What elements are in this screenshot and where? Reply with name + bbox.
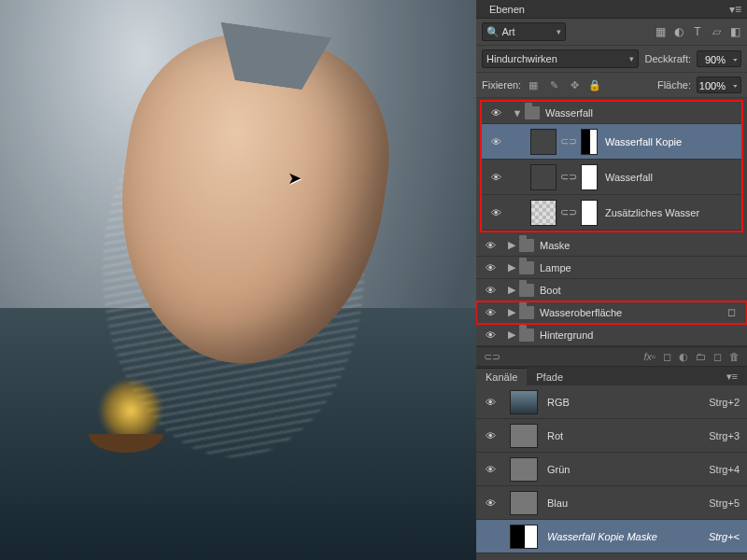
visibility-toggle[interactable]: 👁 bbox=[482, 107, 510, 119]
layer-name[interactable]: Hintergrund bbox=[540, 329, 593, 341]
filter-shape-icon[interactable]: ▱ bbox=[710, 25, 723, 38]
layer-filter-row: 🔍 Art▾ ▦ ◐ T ▱ ◧ bbox=[476, 19, 747, 46]
visibility-toggle[interactable]: 👁 bbox=[476, 240, 504, 251]
filter-type-icon[interactable]: T bbox=[691, 25, 704, 38]
channel-shortcut: Strg+4 bbox=[709, 464, 740, 475]
new-layer-icon[interactable]: ◻ bbox=[713, 351, 722, 363]
disclosure-icon[interactable]: ▼ bbox=[510, 107, 525, 119]
layers-list[interactable]: 👁▼Wasserfall👁⊂⊃Wasserfall Kopie👁⊂⊃Wasser… bbox=[476, 98, 747, 346]
visibility-toggle[interactable]: 👁 bbox=[476, 430, 504, 441]
tab-layers[interactable]: Ebenen bbox=[482, 1, 532, 18]
mask-link-icon[interactable]: ⊂⊃ bbox=[557, 206, 581, 218]
fx-icon[interactable]: fx▫ bbox=[644, 351, 655, 362]
folder-icon bbox=[519, 261, 534, 274]
filter-adjust-icon[interactable]: ◐ bbox=[672, 25, 685, 38]
mask-link-icon[interactable]: ⊂⊃ bbox=[557, 171, 581, 183]
channel-thumb[interactable] bbox=[510, 491, 538, 515]
channel-name[interactable]: Wasserfall Kopie Maske bbox=[538, 531, 657, 542]
tab-channels[interactable]: Kanäle bbox=[476, 368, 527, 385]
filter-kind-select[interactable]: 🔍 Art▾ bbox=[482, 22, 566, 41]
layer-thumb[interactable] bbox=[530, 164, 557, 190]
channel-item[interactable]: 👁RGBStrg+2 bbox=[476, 385, 747, 419]
fill-input[interactable]: 100% bbox=[697, 77, 741, 93]
layer-mask-thumb[interactable] bbox=[581, 164, 598, 190]
channel-thumb[interactable] bbox=[510, 457, 538, 482]
layer-mask-thumb[interactable] bbox=[581, 129, 598, 155]
folder-icon bbox=[519, 329, 534, 342]
layer-group[interactable]: 👁▶Maske bbox=[476, 234, 747, 257]
layer-thumb[interactable] bbox=[530, 129, 557, 155]
layer-thumb[interactable] bbox=[530, 200, 557, 226]
folder-icon bbox=[519, 306, 534, 319]
visibility-toggle[interactable]: 👁 bbox=[476, 464, 504, 475]
layer-name[interactable]: Wasseroberfläche bbox=[540, 307, 622, 318]
layer-group[interactable]: 👁▶Wasseroberfläche◻ bbox=[476, 301, 747, 324]
channels-panel-menu-icon[interactable]: ▾≡ bbox=[717, 368, 747, 385]
layer-name[interactable]: Zusätzliches Wasser bbox=[598, 207, 699, 218]
layer-item[interactable]: 👁⊂⊃Wasserfall bbox=[482, 160, 741, 195]
visibility-toggle[interactable]: 👁 bbox=[476, 307, 504, 318]
visibility-toggle[interactable]: 👁 bbox=[476, 285, 504, 296]
opacity-label: Deckkraft: bbox=[644, 53, 691, 64]
tab-paths[interactable]: Pfade bbox=[527, 369, 572, 385]
adjust-icon[interactable]: ◐ bbox=[679, 351, 688, 363]
lock-paint-icon[interactable]: ✎ bbox=[547, 79, 560, 91]
visibility-toggle[interactable]: 👁 bbox=[482, 136, 510, 147]
channel-item[interactable]: 👁RotStrg+3 bbox=[476, 419, 747, 453]
channel-item[interactable]: 👁BlauStrg+5 bbox=[476, 486, 747, 520]
visibility-toggle[interactable]: 👁 bbox=[476, 329, 504, 341]
link-layers-icon[interactable]: ⊂⊃ bbox=[484, 351, 500, 363]
layer-group[interactable]: 👁▶Boot bbox=[476, 279, 747, 301]
disclosure-icon[interactable]: ▶ bbox=[504, 329, 519, 341]
document-canvas[interactable]: ➤ bbox=[0, 0, 476, 560]
disclosure-icon[interactable]: ▶ bbox=[504, 261, 519, 273]
lock-move-icon[interactable]: ✥ bbox=[568, 79, 581, 91]
channel-name[interactable]: Grün bbox=[538, 464, 570, 475]
channel-thumb[interactable] bbox=[510, 525, 538, 549]
channels-list[interactable]: 👁RGBStrg+2👁RotStrg+3👁GrünStrg+4👁BlauStrg… bbox=[476, 385, 747, 560]
layer-copy-icon: ◻ bbox=[727, 306, 741, 318]
layer-mask-thumb[interactable] bbox=[581, 200, 598, 226]
blend-mode-select[interactable]: Hindurchwirken▾ bbox=[482, 49, 639, 68]
disclosure-icon[interactable]: ▶ bbox=[504, 306, 519, 318]
layer-name[interactable]: Boot bbox=[540, 285, 561, 296]
channel-shortcut: Strg+3 bbox=[709, 430, 740, 441]
layer-item[interactable]: 👁⊂⊃Wasserfall Kopie bbox=[482, 124, 741, 160]
visibility-toggle[interactable]: 👁 bbox=[482, 172, 510, 183]
layer-item[interactable]: 👁⊂⊃Zusätzliches Wasser bbox=[482, 195, 741, 231]
lock-fill-row: Fixieren: ▦ ✎ ✥ 🔒 Fläche: 100% bbox=[476, 73, 747, 98]
channel-item[interactable]: Wasserfall Kopie MaskeStrg+< bbox=[476, 520, 747, 553]
visibility-toggle[interactable]: 👁 bbox=[482, 207, 510, 218]
layer-name[interactable]: Lampe bbox=[540, 262, 571, 273]
filter-pixel-icon[interactable]: ▦ bbox=[654, 25, 667, 38]
mask-link-icon[interactable]: ⊂⊃ bbox=[557, 135, 581, 147]
disclosure-icon[interactable]: ▶ bbox=[504, 284, 519, 296]
channel-item[interactable]: 👁GrünStrg+4 bbox=[476, 453, 747, 486]
lock-trans-icon[interactable]: ▦ bbox=[527, 79, 540, 91]
panel-menu-icon[interactable]: ▾≡ bbox=[729, 3, 741, 16]
layer-group[interactable]: 👁▼Wasserfall bbox=[482, 102, 741, 124]
visibility-toggle[interactable]: 👁 bbox=[476, 262, 504, 273]
lock-all-icon[interactable]: 🔒 bbox=[588, 79, 601, 91]
channel-name[interactable]: Rot bbox=[538, 430, 563, 441]
opacity-input[interactable]: 90% bbox=[697, 50, 741, 67]
channel-thumb[interactable] bbox=[510, 390, 538, 414]
visibility-toggle[interactable]: 👁 bbox=[476, 397, 504, 408]
group-icon[interactable]: 🗀 bbox=[696, 351, 706, 362]
layer-name[interactable]: Wasserfall bbox=[598, 172, 653, 183]
channel-thumb[interactable] bbox=[510, 424, 538, 448]
filter-smart-icon[interactable]: ◧ bbox=[728, 25, 741, 38]
layer-name[interactable]: Wasserfall Kopie bbox=[598, 136, 682, 147]
mask-icon[interactable]: ◻ bbox=[663, 351, 671, 363]
channel-name[interactable]: RGB bbox=[538, 397, 570, 408]
layer-name[interactable]: Wasserfall bbox=[545, 107, 593, 119]
layer-group[interactable]: 👁▶Hintergrund bbox=[476, 324, 747, 346]
trash-icon[interactable]: 🗑 bbox=[729, 351, 740, 362]
layer-group[interactable]: 👁▶Lampe bbox=[476, 257, 747, 279]
layer-name[interactable]: Maske bbox=[540, 240, 570, 251]
layers-panel-tabbar: Ebenen ▾≡ bbox=[476, 0, 747, 19]
channel-name[interactable]: Blau bbox=[538, 497, 568, 509]
disclosure-icon[interactable]: ▶ bbox=[504, 239, 519, 251]
channel-shortcut: Strg+2 bbox=[709, 397, 740, 408]
visibility-toggle[interactable]: 👁 bbox=[476, 497, 504, 509]
